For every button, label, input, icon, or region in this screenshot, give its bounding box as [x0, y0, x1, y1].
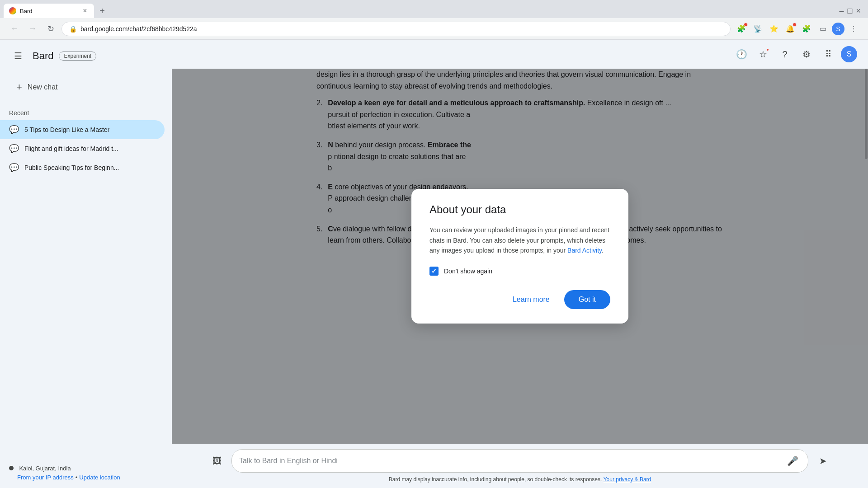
update-location-link[interactable]: Update location: [79, 474, 120, 481]
bookmark-button[interactable]: ⭐: [767, 22, 781, 36]
window-maximize-button[interactable]: □: [848, 6, 853, 16]
bard-activity-link[interactable]: Bard Activity: [567, 247, 602, 254]
location-text: Kalol, Gujarat, India: [19, 465, 71, 472]
lock-icon: 🔒: [69, 25, 77, 33]
dont-show-label[interactable]: Don't show again: [444, 267, 492, 275]
image-upload-icon: 🖼: [212, 456, 222, 466]
chat-input[interactable]: [239, 457, 784, 465]
mic-icon: 🎤: [787, 455, 798, 466]
dont-show-again-row: ✓ Don't show again: [429, 267, 610, 276]
disclaimer: Bard may display inaccurate info, includ…: [208, 473, 832, 484]
profile-button[interactable]: S: [832, 23, 844, 35]
modal-actions: Learn more Got it: [429, 290, 610, 309]
tab-close-button[interactable]: ×: [81, 7, 89, 14]
window-minimize-button[interactable]: –: [840, 6, 844, 16]
sidebar-item-public-speaking[interactable]: 💬 Public Speaking Tips for Beginn...: [0, 158, 165, 177]
history-icon: 🕐: [736, 49, 747, 60]
hamburger-icon: ☰: [14, 51, 22, 61]
checkbox-check-icon: ✓: [431, 267, 437, 275]
chat-icon-3: 💬: [9, 163, 19, 173]
mic-button[interactable]: 🎤: [784, 453, 801, 469]
from-ip-link[interactable]: From your IP address: [17, 474, 74, 481]
hamburger-button[interactable]: ☰: [9, 47, 27, 65]
browser-tab[interactable]: Bard ×: [4, 4, 94, 18]
new-tab-button[interactable]: +: [96, 5, 108, 17]
got-it-button[interactable]: Got it: [564, 290, 610, 309]
input-row: 🖼 🎤 ➤: [208, 449, 832, 473]
recent-label: Recent: [0, 106, 172, 120]
apps-icon: ⠿: [825, 49, 832, 60]
window-close-button[interactable]: ×: [856, 6, 861, 16]
main-header: 🕐 ☆ ? ⚙ ⠿ S: [172, 40, 868, 69]
nav-back-button[interactable]: ←: [7, 22, 22, 36]
location-separator: •: [75, 474, 78, 481]
send-icon: ➤: [819, 455, 827, 466]
nav-refresh-button[interactable]: ↻: [43, 22, 58, 36]
settings-button[interactable]: ⚙: [797, 45, 816, 63]
image-upload-button[interactable]: 🖼: [208, 452, 226, 470]
chat-icon-2: 💬: [9, 144, 19, 154]
url-text: bard.google.com/chat/2cf68bbc429d522a: [80, 25, 723, 33]
extensions-puzzle-button[interactable]: 🧩: [799, 22, 814, 36]
sidebar-item-label-2: Flight and gift ideas for Madrid t...: [24, 145, 118, 152]
tab-title: Bard: [20, 8, 78, 14]
user-profile-button[interactable]: S: [841, 46, 857, 62]
privacy-link[interactable]: Your privacy & Bard: [604, 476, 651, 483]
help-icon: ?: [782, 49, 787, 60]
modal-body: You can review your uploaded images in y…: [429, 225, 610, 255]
settings-icon: ⚙: [802, 49, 811, 60]
chat-input-wrapper: 🎤: [231, 449, 808, 473]
modal-body-end: .: [602, 247, 604, 254]
bookmark-star-button[interactable]: ☆: [754, 45, 772, 63]
nav-forward-button[interactable]: →: [25, 22, 40, 36]
new-chat-icon: +: [16, 81, 22, 93]
modal-title: About your data: [429, 203, 610, 216]
history-button[interactable]: 🕐: [732, 45, 750, 63]
location-dot-icon: [9, 466, 14, 470]
experiment-badge: Experiment: [59, 52, 96, 61]
sidebar-item-label: 5 Tips to Design Like a Master: [24, 126, 109, 133]
apps-button[interactable]: ⠿: [819, 45, 837, 63]
modal-overlay: About your data You can review your uplo…: [172, 69, 868, 444]
send-button[interactable]: ➤: [814, 452, 832, 470]
address-bar[interactable]: 🔒 bard.google.com/chat/2cf68bbc429d522a: [61, 22, 731, 36]
chat-area[interactable]: design lies in a thorough grasp of the u…: [172, 69, 868, 444]
sidebar-footer: Kalol, Gujarat, India From your IP addre…: [0, 457, 172, 488]
new-chat-label: New chat: [28, 83, 58, 91]
sidebar-item-flight-ideas[interactable]: 💬 Flight and gift ideas for Madrid t...: [0, 139, 165, 158]
disclaimer-text: Bard may display inaccurate info, includ…: [389, 476, 602, 483]
notification-dot: [766, 48, 769, 52]
sidebar-item-design-tips[interactable]: 💬 5 Tips to Design Like a Master: [0, 120, 165, 139]
input-area: 🖼 🎤 ➤ Bard may display inaccurate info, …: [172, 444, 868, 488]
notifications-button[interactable]: 🔔: [783, 22, 797, 36]
sidebar-header: ☰ Bard Experiment: [0, 40, 172, 72]
sidebar-item-label-3: Public Speaking Tips for Beginn...: [24, 164, 119, 171]
cast-button[interactable]: 📡: [750, 22, 765, 36]
sidebar-button[interactable]: ▭: [816, 22, 830, 36]
extensions-button[interactable]: 🧩: [734, 22, 749, 36]
tab-favicon: [9, 7, 16, 14]
app-title: Bard: [33, 50, 53, 62]
dont-show-checkbox[interactable]: ✓: [429, 267, 439, 276]
chat-icon: 💬: [9, 125, 19, 135]
sidebar: ☰ Bard Experiment + New chat Recent 💬 5 …: [0, 40, 172, 488]
help-button[interactable]: ?: [776, 45, 794, 63]
new-chat-button[interactable]: + New chat: [7, 76, 165, 99]
more-options-button[interactable]: ⋮: [846, 22, 861, 36]
main-content: 🕐 ☆ ? ⚙ ⠿ S design lies in a thorough gr…: [172, 40, 868, 488]
about-data-modal: About your data You can review your uplo…: [411, 189, 628, 323]
learn-more-button[interactable]: Learn more: [505, 292, 557, 307]
